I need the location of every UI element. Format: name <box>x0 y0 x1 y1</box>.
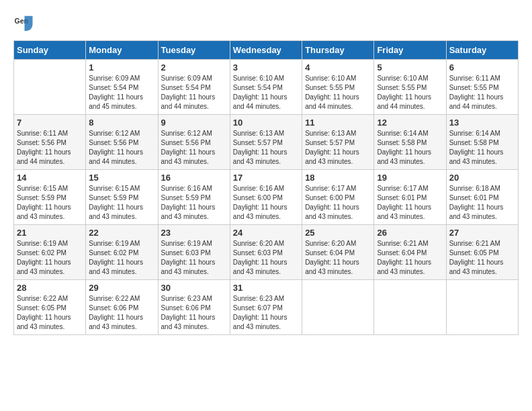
day-number: 3 <box>233 62 299 73</box>
day-cell: 18 Sunrise: 6:17 AMSunset: 6:00 PMDaylig… <box>302 170 374 225</box>
day-cell: 11 Sunrise: 6:13 AMSunset: 5:57 PMDaylig… <box>302 115 374 170</box>
cell-info: Sunrise: 6:20 AMSunset: 6:04 PMDaylight:… <box>305 239 371 277</box>
cell-info: Sunrise: 6:19 AMSunset: 6:02 PMDaylight:… <box>17 239 83 277</box>
weekday-header-row: SundayMondayTuesdayWednesdayThursdayFrid… <box>14 41 519 60</box>
cell-info: Sunrise: 6:13 AMSunset: 5:57 PMDaylight:… <box>233 129 299 167</box>
day-number: 19 <box>377 173 443 183</box>
day-number: 6 <box>449 62 515 73</box>
day-cell: 19 Sunrise: 6:17 AMSunset: 6:01 PMDaylig… <box>374 170 446 225</box>
day-number: 20 <box>449 173 515 183</box>
weekday-thursday: Thursday <box>302 41 374 60</box>
day-cell: 12 Sunrise: 6:14 AMSunset: 5:58 PMDaylig… <box>374 115 446 170</box>
day-cell: 2 Sunrise: 6:09 AMSunset: 5:54 PMDayligh… <box>158 60 230 115</box>
cell-info: Sunrise: 6:14 AMSunset: 5:58 PMDaylight:… <box>377 129 443 167</box>
day-cell <box>374 280 446 335</box>
week-row-2: 7 Sunrise: 6:11 AMSunset: 5:56 PMDayligh… <box>14 115 519 170</box>
logo: Gen <box>13 13 35 34</box>
day-number: 5 <box>377 62 443 73</box>
cell-info: Sunrise: 6:22 AMSunset: 6:06 PMDaylight:… <box>89 294 154 332</box>
day-number: 28 <box>17 283 83 293</box>
day-number: 17 <box>233 173 299 183</box>
day-cell: 23 Sunrise: 6:19 AMSunset: 6:03 PMDaylig… <box>158 225 230 280</box>
cell-info: Sunrise: 6:14 AMSunset: 5:58 PMDaylight:… <box>449 129 515 167</box>
day-number: 8 <box>89 118 154 128</box>
cell-info: Sunrise: 6:10 AMSunset: 5:55 PMDaylight:… <box>305 74 371 111</box>
day-number: 1 <box>89 62 154 73</box>
day-cell: 16 Sunrise: 6:16 AMSunset: 5:59 PMDaylig… <box>158 170 230 225</box>
day-cell: 15 Sunrise: 6:15 AMSunset: 5:59 PMDaylig… <box>86 170 158 225</box>
day-number: 4 <box>305 62 371 73</box>
day-number: 22 <box>89 228 154 238</box>
cell-info: Sunrise: 6:18 AMSunset: 6:01 PMDaylight:… <box>449 184 515 222</box>
day-number: 9 <box>161 118 227 128</box>
cell-info: Sunrise: 6:21 AMSunset: 6:05 PMDaylight:… <box>449 239 515 277</box>
day-cell: 20 Sunrise: 6:18 AMSunset: 6:01 PMDaylig… <box>446 170 518 225</box>
day-number: 30 <box>161 283 227 293</box>
day-cell: 13 Sunrise: 6:14 AMSunset: 5:58 PMDaylig… <box>446 115 518 170</box>
cell-info: Sunrise: 6:15 AMSunset: 5:59 PMDaylight:… <box>17 184 83 222</box>
day-number: 10 <box>233 118 299 128</box>
day-number: 24 <box>233 228 299 238</box>
day-number: 15 <box>89 173 154 183</box>
cell-info: Sunrise: 6:19 AMSunset: 6:02 PMDaylight:… <box>89 239 154 277</box>
day-number: 31 <box>233 283 299 293</box>
day-cell: 9 Sunrise: 6:12 AMSunset: 5:56 PMDayligh… <box>158 115 230 170</box>
day-cell <box>302 280 374 335</box>
day-cell <box>14 60 86 115</box>
day-number: 27 <box>449 228 515 238</box>
weekday-friday: Friday <box>374 41 446 60</box>
cell-info: Sunrise: 6:16 AMSunset: 6:00 PMDaylight:… <box>233 184 299 222</box>
weekday-saturday: Saturday <box>446 41 518 60</box>
weekday-tuesday: Tuesday <box>158 41 230 60</box>
cell-info: Sunrise: 6:23 AMSunset: 6:06 PMDaylight:… <box>161 294 227 332</box>
cell-info: Sunrise: 6:10 AMSunset: 5:55 PMDaylight:… <box>377 74 443 111</box>
cell-info: Sunrise: 6:10 AMSunset: 5:54 PMDaylight:… <box>233 74 299 111</box>
day-number: 11 <box>305 118 371 128</box>
day-cell: 24 Sunrise: 6:20 AMSunset: 6:03 PMDaylig… <box>230 225 302 280</box>
cell-info: Sunrise: 6:19 AMSunset: 6:03 PMDaylight:… <box>161 239 227 277</box>
weekday-wednesday: Wednesday <box>230 41 302 60</box>
calendar-table: SundayMondayTuesdayWednesdayThursdayFrid… <box>13 40 519 335</box>
day-cell <box>446 280 518 335</box>
day-number: 29 <box>89 283 154 293</box>
weekday-sunday: Sunday <box>14 41 86 60</box>
week-row-3: 14 Sunrise: 6:15 AMSunset: 5:59 PMDaylig… <box>14 170 519 225</box>
day-cell: 31 Sunrise: 6:23 AMSunset: 6:07 PMDaylig… <box>230 280 302 335</box>
day-number: 16 <box>161 173 227 183</box>
day-number: 2 <box>161 62 227 73</box>
weekday-monday: Monday <box>86 41 158 60</box>
day-cell: 4 Sunrise: 6:10 AMSunset: 5:55 PMDayligh… <box>302 60 374 115</box>
week-row-1: 1 Sunrise: 6:09 AMSunset: 5:54 PMDayligh… <box>14 60 519 115</box>
day-cell: 22 Sunrise: 6:19 AMSunset: 6:02 PMDaylig… <box>86 225 158 280</box>
calendar-body: 1 Sunrise: 6:09 AMSunset: 5:54 PMDayligh… <box>14 60 519 335</box>
day-cell: 5 Sunrise: 6:10 AMSunset: 5:55 PMDayligh… <box>374 60 446 115</box>
cell-info: Sunrise: 6:17 AMSunset: 6:01 PMDaylight:… <box>377 184 443 222</box>
day-number: 23 <box>161 228 227 238</box>
day-number: 25 <box>305 228 371 238</box>
day-cell: 7 Sunrise: 6:11 AMSunset: 5:56 PMDayligh… <box>14 115 86 170</box>
day-number: 7 <box>17 118 83 128</box>
logo-icon: Gen <box>13 13 34 34</box>
cell-info: Sunrise: 6:23 AMSunset: 6:07 PMDaylight:… <box>233 294 299 332</box>
day-cell: 3 Sunrise: 6:10 AMSunset: 5:54 PMDayligh… <box>230 60 302 115</box>
cell-info: Sunrise: 6:11 AMSunset: 5:56 PMDaylight:… <box>17 129 83 167</box>
day-cell: 27 Sunrise: 6:21 AMSunset: 6:05 PMDaylig… <box>446 225 518 280</box>
day-cell: 14 Sunrise: 6:15 AMSunset: 5:59 PMDaylig… <box>14 170 86 225</box>
day-cell: 21 Sunrise: 6:19 AMSunset: 6:02 PMDaylig… <box>14 225 86 280</box>
week-row-4: 21 Sunrise: 6:19 AMSunset: 6:02 PMDaylig… <box>14 225 519 280</box>
cell-info: Sunrise: 6:22 AMSunset: 6:05 PMDaylight:… <box>17 294 83 332</box>
day-number: 21 <box>17 228 83 238</box>
cell-info: Sunrise: 6:20 AMSunset: 6:03 PMDaylight:… <box>233 239 299 277</box>
day-cell: 8 Sunrise: 6:12 AMSunset: 5:56 PMDayligh… <box>86 115 158 170</box>
day-cell: 6 Sunrise: 6:11 AMSunset: 5:55 PMDayligh… <box>446 60 518 115</box>
day-cell: 1 Sunrise: 6:09 AMSunset: 5:54 PMDayligh… <box>86 60 158 115</box>
day-number: 26 <box>377 228 443 238</box>
day-number: 13 <box>449 118 515 128</box>
day-number: 18 <box>305 173 371 183</box>
cell-info: Sunrise: 6:09 AMSunset: 5:54 PMDaylight:… <box>161 74 227 111</box>
day-cell: 30 Sunrise: 6:23 AMSunset: 6:06 PMDaylig… <box>158 280 230 335</box>
day-cell: 25 Sunrise: 6:20 AMSunset: 6:04 PMDaylig… <box>302 225 374 280</box>
day-cell: 17 Sunrise: 6:16 AMSunset: 6:00 PMDaylig… <box>230 170 302 225</box>
day-number: 12 <box>377 118 443 128</box>
day-number: 14 <box>17 173 83 183</box>
